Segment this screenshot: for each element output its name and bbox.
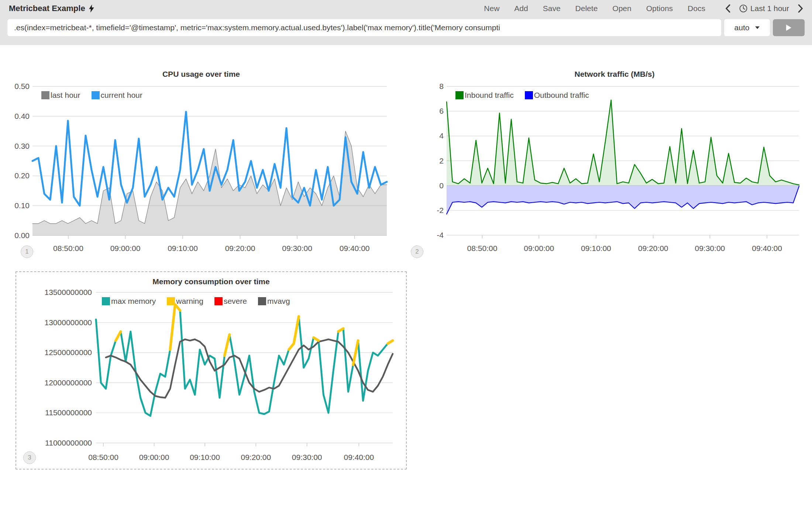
x-axis-tick-label: 09:00:00 <box>125 453 184 462</box>
toolbar: Metricbeat Example New Add Save Delete O… <box>0 0 812 17</box>
memory-plot-svg <box>96 292 393 443</box>
time-range-button[interactable]: Last 1 hour <box>739 4 789 13</box>
memory-legend: max memorywarningseveremvavg <box>102 297 290 306</box>
y-axis-tick-label: 13000000000 <box>16 318 92 327</box>
menu-open[interactable]: Open <box>612 4 631 13</box>
interval-select[interactable]: auto <box>724 19 770 36</box>
chart-number-badge: 3 <box>23 451 36 464</box>
network-chart-panel[interactable]: Network traffic (MB/s) 86420-2-4 Inbound… <box>424 65 805 269</box>
x-axis-tick-label: 09:30:00 <box>268 244 327 253</box>
x-axis-tick-label: 09:10:00 <box>567 244 626 253</box>
run-query-button[interactable] <box>773 19 805 36</box>
x-axis-tick-label: 09:30:00 <box>278 453 337 462</box>
network-x-axis-labels: 08:50:0009:00:0009:10:0009:20:0009:30:00… <box>447 244 799 255</box>
x-axis-tick-label: 09:20:00 <box>226 453 285 462</box>
chart-number-badge: 1 <box>21 245 33 258</box>
y-axis-tick-label: 11000000000 <box>16 438 92 448</box>
cpu-legend: last hourcurrent hour <box>41 91 142 100</box>
network-chart-title: Network traffic (MB/s) <box>424 70 805 79</box>
cpu-plot-svg <box>32 86 387 236</box>
cpu-chart-canvas[interactable]: last hourcurrent hour <box>32 86 387 236</box>
network-chart-canvas[interactable]: Inbound trafficOutbound traffic <box>447 86 799 235</box>
x-axis-tick-label: 09:40:00 <box>329 453 388 462</box>
y-axis-tick-label: -2 <box>424 206 444 215</box>
y-axis-tick-label: 6 <box>424 106 444 116</box>
legend-label: Outbound traffic <box>534 91 589 100</box>
y-axis-tick-label: 12000000000 <box>16 378 92 388</box>
x-axis-tick-label: 09:40:00 <box>737 244 796 253</box>
caret-down-icon <box>755 26 760 29</box>
network-legend: Inbound trafficOutbound traffic <box>455 91 589 100</box>
app-title: Metricbeat Example <box>9 4 94 13</box>
time-range-label: Last 1 hour <box>750 4 789 13</box>
y-axis-tick-label: 0.40 <box>11 111 30 121</box>
menu-delete[interactable]: Delete <box>575 4 598 13</box>
x-axis-tick-label: 09:20:00 <box>211 244 270 253</box>
x-axis-tick-label: 09:00:00 <box>509 244 568 253</box>
x-axis-tick-label: 09:10:00 <box>175 453 234 462</box>
y-axis-tick-label: 8 <box>424 82 444 91</box>
x-axis-tick-label: 08:50:00 <box>453 244 512 253</box>
x-axis-tick-label: 09:20:00 <box>624 244 683 253</box>
x-axis-tick-label: 09:10:00 <box>153 244 212 253</box>
legend-label: severe <box>224 297 247 306</box>
legend-item: last hour <box>41 91 80 100</box>
play-icon <box>785 24 792 31</box>
memory-chart-title: Memory consumption over time <box>16 277 406 286</box>
app-title-text: Metricbeat Example <box>9 4 85 13</box>
chevron-right-icon[interactable] <box>798 4 803 13</box>
lightning-bolt-icon <box>89 4 94 13</box>
y-axis-tick-label: 0.10 <box>11 201 30 210</box>
y-axis-tick-label: 0 <box>424 181 444 190</box>
legend-label: last hour <box>51 91 80 100</box>
legend-label: max memory <box>111 297 156 306</box>
query-bar: auto <box>7 19 805 36</box>
memory-chart-panel[interactable]: Memory consumption over time 13500000000… <box>16 271 407 470</box>
legend-swatch <box>102 297 110 305</box>
menu-options[interactable]: Options <box>646 4 673 13</box>
menu-docs[interactable]: Docs <box>688 4 705 13</box>
legend-swatch <box>455 91 464 99</box>
menu-new[interactable]: New <box>484 4 499 13</box>
network-y-axis-labels: 86420-2-4 <box>424 86 444 235</box>
y-axis-tick-label: 0.30 <box>11 141 30 151</box>
toolbar-menu: New Add Save Delete Open Options Docs La… <box>484 4 803 13</box>
chart-number-badge: 2 <box>411 245 423 258</box>
cpu-chart-panel[interactable]: CPU usage over time 0.500.400.300.200.10… <box>11 65 391 269</box>
y-axis-tick-label: 13500000000 <box>16 288 92 297</box>
cpu-x-axis-labels: 08:50:0009:00:0009:10:0009:20:0009:30:00… <box>32 244 387 255</box>
legend-item: current hour <box>92 91 142 100</box>
y-axis-tick-label: 0.00 <box>11 231 30 240</box>
x-axis-tick-label: 09:00:00 <box>96 244 155 253</box>
legend-label: current hour <box>101 91 142 100</box>
menu-save[interactable]: Save <box>543 4 561 13</box>
legend-item: warning <box>167 297 203 306</box>
legend-label: mvavg <box>267 297 290 306</box>
legend-swatch <box>167 297 175 305</box>
memory-chart-canvas[interactable]: max memorywarningseveremvavg <box>96 292 393 443</box>
x-axis-tick-label: 09:30:00 <box>680 244 739 253</box>
memory-x-axis-labels: 08:50:0009:00:0009:10:0009:20:0009:30:00… <box>96 453 393 464</box>
chevron-left-icon[interactable] <box>725 4 730 13</box>
legend-label: Inbound traffic <box>465 91 514 100</box>
legend-item: Outbound traffic <box>525 91 589 100</box>
clock-icon <box>739 4 747 13</box>
y-axis-tick-label: 2 <box>424 156 444 166</box>
legend-item: max memory <box>102 297 156 306</box>
y-axis-tick-label: 4 <box>424 131 444 141</box>
x-axis-tick-label: 08:50:00 <box>39 244 98 253</box>
legend-swatch <box>92 91 100 99</box>
legend-item: mvavg <box>258 297 290 306</box>
cpu-chart-title: CPU usage over time <box>11 70 391 79</box>
legend-item: severe <box>214 297 247 306</box>
memory-y-axis-labels: 1350000000013000000000125000000001200000… <box>16 292 92 443</box>
menu-add[interactable]: Add <box>514 4 528 13</box>
timelion-query-input[interactable] <box>7 19 721 36</box>
y-axis-tick-label: -4 <box>424 230 444 240</box>
legend-swatch <box>525 91 533 99</box>
time-picker-group: Last 1 hour <box>725 4 803 13</box>
network-plot-svg <box>447 86 799 235</box>
y-axis-tick-label: 11500000000 <box>16 408 92 417</box>
top-bar: Metricbeat Example New Add Save Delete O… <box>0 0 812 45</box>
x-axis-tick-label: 09:40:00 <box>325 244 384 253</box>
